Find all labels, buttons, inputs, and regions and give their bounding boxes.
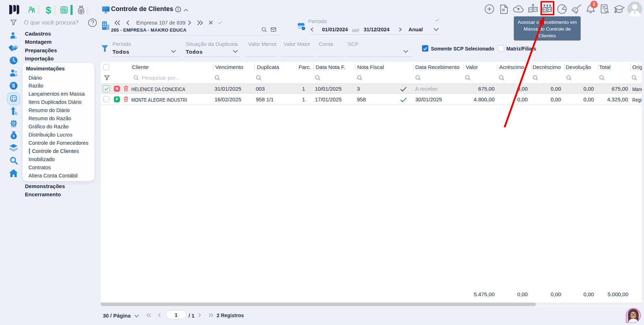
svg-text:$: $	[80, 10, 82, 13]
svg-text:$: $	[13, 134, 15, 138]
svg-text:$: $	[12, 83, 15, 89]
